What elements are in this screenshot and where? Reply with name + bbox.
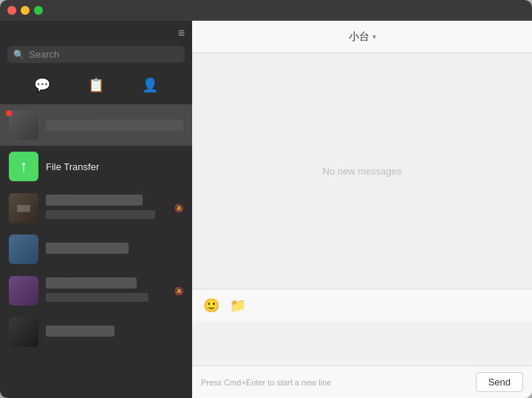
folder-icon: 📁 — [230, 297, 246, 314]
chat-footer: Press Cmd+Enter to start a new line Send — [192, 365, 532, 398]
minimize-button[interactable] — [21, 6, 30, 15]
chat-preview: ████████ — [46, 293, 149, 302]
emoji-icon: 🙂 — [203, 297, 219, 314]
avatar: ↑ — [9, 152, 38, 181]
chat-messages: No new messages — [192, 53, 532, 289]
file-button[interactable]: 📁 — [228, 295, 248, 316]
list-item[interactable]: ↑ File Transfer — [0, 146, 192, 187]
list-item[interactable]: ████ — [0, 229, 192, 270]
tab-contacts[interactable]: 📋 — [83, 72, 109, 98]
search-bar[interactable]: 🔍 — [7, 46, 185, 63]
chat-toolbar: 🙂 📁 — [192, 289, 532, 321]
sidebar: ≡ 🔍 💬 📋 👤 ████████ — [0, 21, 192, 398]
emoji-button[interactable]: 🙂 — [201, 295, 222, 316]
main-content: ≡ 🔍 💬 📋 👤 ████████ — [0, 21, 532, 398]
chat-title: 小台 — [349, 30, 369, 44]
search-icon: 🔍 — [13, 50, 24, 60]
tab-profile[interactable]: 👤 — [137, 72, 163, 98]
avatar — [9, 276, 38, 306]
chat-info: ████ — [46, 326, 183, 340]
chat-name: ████ — [46, 243, 129, 254]
send-button[interactable]: Send — [476, 372, 523, 392]
title-bar — [0, 0, 532, 21]
close-button[interactable] — [7, 6, 16, 15]
mute-icon: 🔕 — [174, 204, 183, 212]
chat-name: ████████ — [46, 120, 183, 131]
search-input[interactable] — [29, 49, 179, 60]
chat-name: File Transfer — [46, 161, 183, 172]
avatar — [9, 110, 38, 140]
chat-info: ████ ████████ — [46, 277, 167, 305]
avatar — [9, 317, 38, 347]
avatar — [9, 235, 38, 264]
chat-name: ████ — [46, 277, 137, 289]
chat-name: ████ — [46, 195, 143, 206]
hamburger-menu-icon[interactable]: ≡ — [178, 27, 185, 40]
chat-meta: 🔕 — [174, 287, 183, 295]
chat-input-area[interactable] — [192, 321, 532, 365]
chat-info: ████████ — [46, 120, 183, 131]
chat-list: ████████ ↑ File Transfer ▓▓ — [0, 104, 192, 398]
traffic-lights — [7, 6, 43, 15]
chat-header: 小台 ▾ — [192, 21, 532, 53]
mute-icon: 🔕 — [174, 287, 183, 295]
chat-info: ████ — [46, 243, 183, 257]
avatar: ▓▓▓ — [9, 193, 38, 223]
maximize-button[interactable] — [34, 6, 43, 15]
list-item[interactable]: ████ — [0, 311, 192, 353]
dropdown-arrow-icon[interactable]: ▾ — [372, 33, 376, 41]
unread-indicator — [6, 110, 12, 116]
no-messages-label: No new messages — [323, 166, 402, 177]
sidebar-tabs: 💬 📋 👤 — [0, 69, 192, 104]
tab-chat[interactable]: 💬 — [29, 72, 55, 98]
app-window: ≡ 🔍 💬 📋 👤 ████████ — [0, 0, 532, 398]
list-item[interactable]: ████ ████████ 🔕 — [0, 270, 192, 311]
footer-hint: Press Cmd+Enter to start a new line — [201, 378, 331, 387]
list-item[interactable]: ████████ — [0, 104, 192, 146]
chat-meta: 🔕 — [174, 204, 183, 212]
sidebar-top: ≡ — [0, 21, 192, 46]
list-item[interactable]: ▓▓▓ ████ ████████████ 🔕 — [0, 187, 192, 229]
chat-name: ████ — [46, 326, 115, 337]
chat-info: ████ ████████████ — [46, 195, 167, 222]
chat-info: File Transfer — [46, 161, 183, 172]
chat-preview: ████████████ — [46, 210, 155, 219]
chat-panel: 小台 ▾ No new messages 🙂 📁 Press Cmd+Enter… — [192, 21, 532, 398]
